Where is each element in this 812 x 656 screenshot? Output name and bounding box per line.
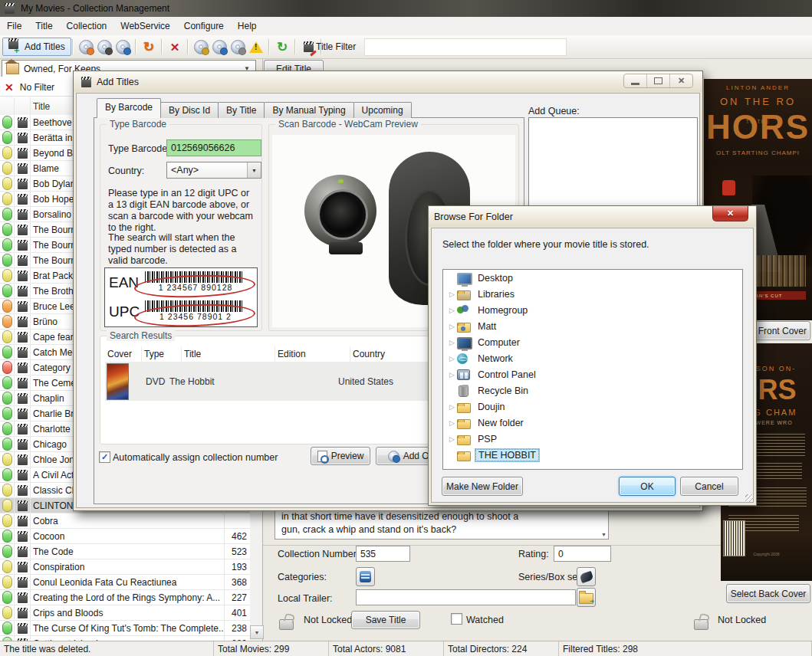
movie-row[interactable]: Creating the Lord of the Rings Symphony:…	[0, 590, 250, 605]
toolbar-refresh-orange-icon[interactable]: ↻	[140, 38, 158, 55]
toolbar-disc-save-icon[interactable]	[95, 38, 113, 55]
preview-button[interactable]: Preview	[311, 447, 370, 465]
close-button[interactable]: ✕	[670, 74, 692, 87]
movie-row[interactable]: The Curse Of King Tut's Tomb: The Comple…	[0, 621, 250, 636]
status-pill-yellow	[2, 177, 12, 190]
country-dropdown[interactable]: <Any> ▼	[166, 162, 261, 179]
tree-item-the-hobbit[interactable]: THE HOBBIT	[443, 447, 742, 463]
tab-by-disc-id[interactable]: By Disc Id	[160, 102, 219, 118]
title-filter-input[interactable]	[364, 38, 567, 56]
movie-row[interactable]: Cocoon462	[0, 529, 250, 544]
tree-item-network[interactable]: ▷Network	[443, 350, 742, 366]
results-column-cover[interactable]: Cover	[105, 346, 142, 362]
tab-by-title[interactable]: By Title	[218, 102, 265, 118]
scroll-down-icon[interactable]: ▼	[601, 532, 607, 537]
menu-item-webservice[interactable]: WebService	[113, 17, 176, 35]
expand-arrow-icon[interactable]: ▷	[449, 435, 457, 443]
rating-input[interactable]: 0	[554, 546, 611, 562]
expand-arrow-icon[interactable]: ▷	[449, 419, 457, 427]
expand-arrow-icon[interactable]: ▷	[449, 307, 457, 314]
scroll-down-icon[interactable]: ▼	[250, 625, 264, 639]
toolbar-disc-stack-icon[interactable]	[228, 38, 247, 55]
menu-item-help[interactable]: Help	[231, 17, 264, 35]
lock-icon	[279, 619, 294, 630]
tree-item-recycle-bin[interactable]: Recycle Bin	[443, 382, 742, 399]
browse-trailer-button[interactable]	[577, 588, 596, 607]
toolbar-disc-import-icon[interactable]	[113, 38, 132, 55]
tree-item-matt[interactable]: ▷Matt	[443, 318, 742, 334]
status-pill-yellow	[2, 146, 12, 159]
resize-grip[interactable]	[745, 494, 753, 502]
expand-arrow-icon[interactable]: ▷	[449, 323, 457, 330]
movie-icon	[18, 565, 28, 572]
tree-item-homegroup[interactable]: ▷Homegroup	[443, 302, 742, 318]
tab-by-barcode[interactable]: By Barcode	[97, 98, 161, 118]
tree-item-libraries[interactable]: ▷Libraries	[443, 286, 742, 302]
menu-item-title[interactable]: Title	[28, 17, 59, 35]
results-column-type[interactable]: Type	[142, 346, 182, 362]
tab-upcoming[interactable]: Upcoming	[353, 102, 412, 118]
movie-row[interactable]: The Code523	[0, 544, 250, 559]
toolbar-edit-clapper-icon[interactable]	[299, 38, 317, 55]
menu-item-configure[interactable]: Configure	[177, 17, 231, 35]
categories-label: Categories:	[278, 572, 327, 582]
barcode-input[interactable]: 012569056626	[166, 139, 261, 156]
collection-number	[225, 513, 250, 528]
results-column-title[interactable]: Title	[182, 346, 275, 362]
results-column-edition[interactable]: Edition	[275, 346, 350, 362]
menu-item-file[interactable]: File	[0, 17, 28, 35]
expand-arrow-icon[interactable]: ▷	[449, 371, 457, 379]
minimize-button[interactable]	[624, 74, 647, 87]
movie-icon	[18, 396, 28, 404]
maximize-button[interactable]	[647, 74, 670, 87]
series-box-set-button[interactable]	[577, 567, 596, 586]
movie-row[interactable]: Crips and Bloods401	[0, 605, 250, 621]
expand-arrow-icon[interactable]: ▷	[449, 339, 457, 346]
tree-item-desktop[interactable]: Desktop	[443, 270, 742, 286]
menu-item-collection[interactable]: Collection	[60, 17, 114, 35]
toolbar-disc-user-icon[interactable]	[210, 38, 228, 55]
status-pill-green	[2, 468, 12, 481]
tree-item-label: THE HOBBIT	[475, 448, 540, 462]
result-type: DVD	[129, 376, 167, 387]
add-titles-titlebar[interactable]: Add Titles ✕	[74, 71, 702, 92]
toolbar-delete-icon[interactable]: ✕	[166, 38, 184, 55]
movie-row[interactable]: Conul Leonida Fata Cu Reactiunea368	[0, 575, 250, 590]
window-titlebar[interactable]: My Movies - Collection Management	[0, 0, 812, 17]
toolbar-warning-icon[interactable]	[247, 38, 265, 55]
expand-arrow-icon[interactable]: ▷	[449, 355, 457, 362]
tree-item-label: Doujin	[475, 401, 508, 413]
status-pill-green	[2, 131, 12, 144]
expand-arrow-icon[interactable]: ▷	[449, 290, 457, 298]
select-back-cover-button[interactable]: Select Back Cover	[726, 584, 810, 603]
expand-arrow-icon[interactable]: ▷	[449, 403, 457, 411]
make-new-folder-button[interactable]: Make New Folder	[442, 477, 523, 496]
close-button[interactable]: ✕	[712, 206, 748, 221]
collection-number-input[interactable]: 535	[356, 546, 410, 562]
tree-item-label: Libraries	[475, 288, 518, 300]
tree-item-new-folder[interactable]: ▷New folder	[443, 415, 742, 431]
toolbar-disc-sync-icon[interactable]	[192, 38, 210, 55]
toolbar-disc-download-icon[interactable]	[77, 38, 95, 55]
movie-row[interactable]: Cobra	[0, 513, 250, 529]
collection-number: 401	[225, 605, 250, 620]
watched-checkbox[interactable]	[451, 613, 462, 625]
toolbar-refresh-green-icon[interactable]: ↻	[273, 38, 291, 55]
ok-button[interactable]: OK	[619, 477, 676, 496]
movie-row[interactable]: Conspiration193	[0, 559, 250, 575]
cancel-button[interactable]: Cancel	[680, 477, 738, 496]
status-pill-orange	[2, 300, 12, 313]
tree-item-psp[interactable]: ▷PSP	[443, 431, 742, 447]
tree-item-doujin[interactable]: ▷Doujin	[443, 399, 742, 415]
categories-button[interactable]	[356, 567, 375, 586]
local-trailer-input[interactable]	[356, 589, 576, 605]
tree-item-computer[interactable]: ▷Computer	[443, 334, 742, 350]
tab-by-manual-typing[interactable]: By Manual Typing	[264, 102, 353, 118]
save-title-button[interactable]: Save Title	[351, 611, 420, 629]
auto-assign-checkbox[interactable]: ✓	[99, 451, 110, 463]
add-titles-button[interactable]: ＋ Add Titles	[2, 38, 71, 56]
rating-label: Rating:	[518, 549, 549, 559]
tree-item-control-panel[interactable]: ▷Control Panel	[443, 366, 742, 382]
browse-titlebar[interactable]: Browse For Folder	[429, 206, 756, 227]
add-titles-icon	[8, 41, 18, 49]
